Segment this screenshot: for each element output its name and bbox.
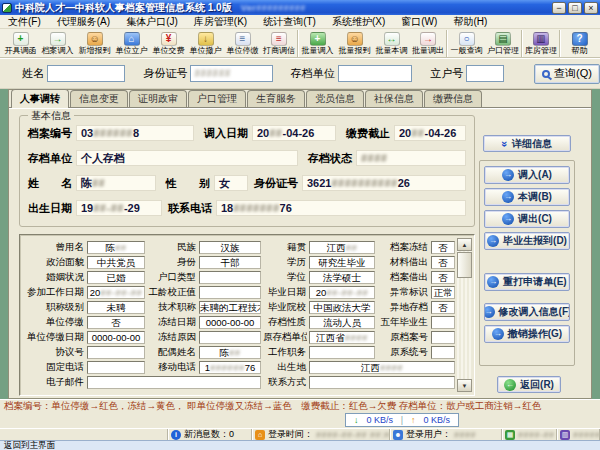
tab[interactable]: 缴费信息	[424, 90, 482, 108]
toolbar-help-button[interactable]: ? 帮助	[561, 30, 598, 57]
search-idcard-input[interactable]: ######	[190, 65, 272, 82]
detail-field-value[interactable]	[309, 346, 375, 359]
detail-field-value[interactable]: 0000-00-00	[199, 316, 261, 329]
back-button[interactable]: 返回(R)	[497, 376, 561, 393]
search-name-input[interactable]	[47, 65, 125, 82]
toolbar-general-query-button[interactable]: ○ 一般查询	[448, 30, 485, 57]
toolbar-print-letter-button[interactable]: ≡ 打商调信	[261, 30, 298, 57]
toolbar-warehouse-button[interactable]: ▥ 库房管理	[523, 30, 560, 57]
menu-item[interactable]: 库房管理(K)	[186, 15, 255, 29]
detail-field-value[interactable]: 陈##	[199, 346, 261, 359]
detail-field-value[interactable]: 汉族	[199, 241, 261, 254]
detail-field-value[interactable]: 否	[431, 271, 455, 284]
detail-field-value[interactable]: 否	[87, 316, 145, 329]
reprint-form-button[interactable]: 重打申请单(E)	[484, 273, 570, 291]
toolbar-archive-in-button[interactable]: → 档案调入	[39, 30, 76, 57]
tab[interactable]: 信息变更	[70, 90, 128, 108]
detail-field-value[interactable]: 流动人员	[309, 316, 375, 329]
search-unit-input[interactable]	[338, 65, 412, 82]
detail-field-value[interactable]	[199, 331, 261, 344]
graduate-report-button[interactable]: 毕业生报到(D)	[484, 232, 570, 250]
detail-field-value[interactable]: 未聘的工程技术人员	[199, 301, 261, 314]
detail-field-value[interactable]: 中国政法大学	[309, 301, 375, 314]
menu-item[interactable]: 窗口(W)	[393, 15, 445, 29]
detail-field-value[interactable]: 中共党员	[87, 256, 145, 269]
detail-field-value[interactable]: 20##-##-##	[87, 286, 145, 299]
detail-field-value[interactable]	[431, 346, 455, 359]
toolbar-batch-in-button[interactable]: + 批量调入	[299, 30, 336, 57]
detail-field-value[interactable]: 法学硕士	[309, 271, 375, 284]
toolbar-batch-out-button[interactable]: → 批量调出	[410, 30, 447, 57]
detail-field-value[interactable]: 未聘	[87, 301, 145, 314]
edit-transfer-info-button[interactable]: 修改调入信息(F)	[484, 303, 570, 321]
transfer-in-button[interactable]: 调入(A)	[484, 166, 570, 184]
menu-item[interactable]: 文件(F)	[0, 15, 49, 29]
contact-phone-field[interactable]: 18#######76	[216, 200, 466, 216]
detail-field-value[interactable]: 江西省####	[309, 331, 375, 344]
tab[interactable]: 证明政审	[129, 90, 187, 108]
detail-field-value[interactable]: 正常	[431, 286, 455, 299]
tab[interactable]: 党员信息	[306, 90, 364, 108]
detail-field-value[interactable]: 研究生毕业	[309, 256, 375, 269]
detail-field-value[interactable]: 否	[431, 241, 455, 254]
local-transfer-button[interactable]: 本调(B)	[484, 188, 570, 206]
tab[interactable]: 生育服务	[247, 90, 305, 108]
detail-field-value[interactable]	[87, 376, 261, 389]
close-button[interactable]: ×	[584, 2, 598, 14]
detail-field-value[interactable]: 否	[431, 301, 455, 314]
detail-field-value[interactable]: 江西##	[309, 241, 375, 254]
detail-field-value[interactable]: 20##-##-##	[309, 286, 375, 299]
toolbar-hukou-manage-button[interactable]: ▤ 户口管理	[485, 30, 522, 57]
toolbar-new-report-button[interactable]: ☺ 新增报到	[76, 30, 113, 57]
menu-item[interactable]: 代理服务(A)	[49, 15, 118, 29]
restore-button[interactable]: □	[568, 2, 582, 14]
archive-unit-field[interactable]: 个人存档	[76, 150, 298, 166]
detail-field-value[interactable]: 否	[431, 256, 455, 269]
file-no-field[interactable]: 03######8	[76, 125, 194, 141]
query-button[interactable]: 查询(Q)	[534, 64, 600, 84]
toolbar-unit-close-button[interactable]: ↓ 单位撤户	[187, 30, 224, 57]
detail-field-value[interactable]	[87, 346, 145, 359]
pay-until-field[interactable]: 20##-04-26	[394, 125, 466, 141]
toolbar-unit-create-button[interactable]: ⌂ 单位立户	[113, 30, 150, 57]
archive-status-field[interactable]: ####	[356, 150, 466, 166]
toolbar-issue-letter-button[interactable]: + 开具调函	[2, 30, 39, 57]
menu-item[interactable]: 集体户口(J)	[118, 15, 186, 29]
scroll-down-arrow-icon[interactable]: ▼	[457, 379, 472, 392]
detail-field-value[interactable]	[199, 286, 261, 299]
detail-field-value[interactable]	[87, 361, 145, 374]
gender-field[interactable]: 女	[214, 175, 248, 191]
detail-info-button[interactable]: 详细信息	[483, 135, 571, 152]
detail-field-value[interactable]: 干部	[199, 256, 261, 269]
idcard-field[interactable]: 3621##########26	[302, 175, 466, 191]
vertical-scrollbar[interactable]: ▲ ▼	[457, 238, 472, 392]
detail-field-value[interactable]	[431, 331, 455, 344]
detail-field-value[interactable]: 已婚	[87, 271, 145, 284]
detail-field-value[interactable]: 1######76	[199, 361, 261, 374]
toolbar-batch-report-button[interactable]: ☺ 批量报到	[336, 30, 373, 57]
menu-item[interactable]: 系统维护(X)	[324, 15, 393, 29]
toolbar-unit-pay-button[interactable]: ¥ 单位交费	[150, 30, 187, 57]
toolbar-batch-local-button[interactable]: ↔ 批量本调	[373, 30, 410, 57]
scroll-up-arrow-icon[interactable]: ▲	[457, 238, 472, 251]
menu-item[interactable]: 统计查询(T)	[255, 15, 324, 29]
tab[interactable]: 户口管理	[188, 90, 246, 108]
birth-date-field[interactable]: 19##-##-29	[76, 200, 162, 216]
in-date-field[interactable]: 20##-04-26	[252, 125, 336, 141]
name-field[interactable]: 陈##	[76, 175, 156, 191]
minimize-button[interactable]: −	[552, 2, 566, 14]
detail-field-value[interactable]	[309, 376, 455, 389]
tab[interactable]: 社保信息	[365, 90, 423, 108]
scrollbar-thumb[interactable]	[457, 252, 472, 278]
transfer-out-button[interactable]: 调出(C)	[484, 210, 570, 228]
detail-field-value[interactable]: 0000-00-00	[87, 331, 145, 344]
tab[interactable]: 人事调转	[11, 89, 69, 108]
detail-field-value[interactable]	[199, 271, 261, 284]
undo-operation-button[interactable]: 撤销操作(G)	[484, 325, 570, 343]
search-account-input[interactable]	[466, 65, 504, 82]
detail-field-value[interactable]: 陈##	[87, 241, 145, 254]
detail-field-value[interactable]: 江西####	[309, 361, 455, 374]
menu-item[interactable]: 帮助(H)	[445, 15, 495, 29]
toolbar-unit-stop-button[interactable]: ≡ 单位停缴	[224, 30, 261, 57]
detail-field-value[interactable]	[431, 316, 455, 329]
